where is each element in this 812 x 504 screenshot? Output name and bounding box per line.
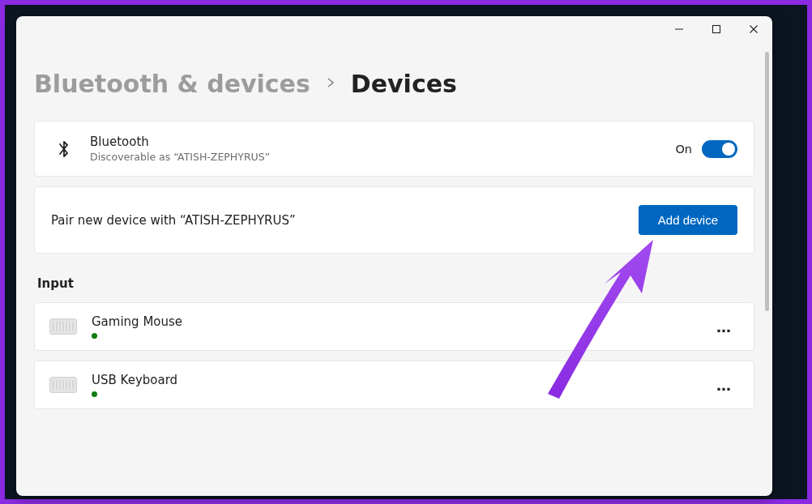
- section-header-input: Input: [37, 276, 754, 291]
- bluetooth-title: Bluetooth: [90, 135, 675, 149]
- settings-content: Bluetooth & devices Devices Bluetooth: [16, 49, 772, 496]
- settings-window: Bluetooth & devices Devices Bluetooth: [16, 16, 772, 496]
- device-name: Gaming Mouse: [92, 314, 712, 329]
- device-name: USB Keyboard: [92, 373, 712, 387]
- pair-device-card: Pair new device with “ATISH-ZEPHYRUS” Ad…: [34, 186, 754, 254]
- annotation-frame: Bluetooth & devices Devices Bluetooth: [0, 0, 812, 504]
- breadcrumb: Bluetooth & devices Devices: [34, 70, 754, 98]
- desktop-background: Bluetooth & devices Devices Bluetooth: [5, 5, 807, 499]
- keyboard-icon: [49, 377, 77, 393]
- maximize-button[interactable]: [698, 16, 735, 42]
- scrollbar[interactable]: [765, 52, 769, 311]
- chevron-right-icon: [325, 76, 336, 92]
- status-dot-connected: [92, 391, 97, 397]
- window-controls: [660, 16, 772, 42]
- bluetooth-toggle-label: On: [675, 143, 692, 156]
- device-more-button[interactable]: …: [712, 318, 737, 335]
- close-button[interactable]: [735, 16, 772, 42]
- bluetooth-toggle[interactable]: [702, 140, 737, 158]
- device-row[interactable]: USB Keyboard …: [34, 361, 754, 409]
- add-device-button[interactable]: Add device: [639, 205, 737, 235]
- bluetooth-subtitle: Discoverable as “ATISH-ZEPHYRUS”: [90, 151, 675, 163]
- keyboard-icon: [49, 318, 77, 335]
- status-dot-connected: [92, 333, 97, 339]
- minimize-button[interactable]: [660, 16, 698, 42]
- breadcrumb-parent[interactable]: Bluetooth & devices: [34, 70, 310, 98]
- window-titlebar: [16, 16, 772, 49]
- device-row[interactable]: Gaming Mouse …: [34, 302, 754, 351]
- svg-rect-1: [713, 26, 720, 33]
- pair-device-text: Pair new device with “ATISH-ZEPHYRUS”: [51, 213, 639, 228]
- breadcrumb-current: Devices: [351, 70, 457, 98]
- bluetooth-card: Bluetooth Discoverable as “ATISH-ZEPHYRU…: [34, 121, 754, 177]
- device-more-button[interactable]: …: [712, 377, 737, 394]
- bluetooth-icon: [51, 139, 77, 160]
